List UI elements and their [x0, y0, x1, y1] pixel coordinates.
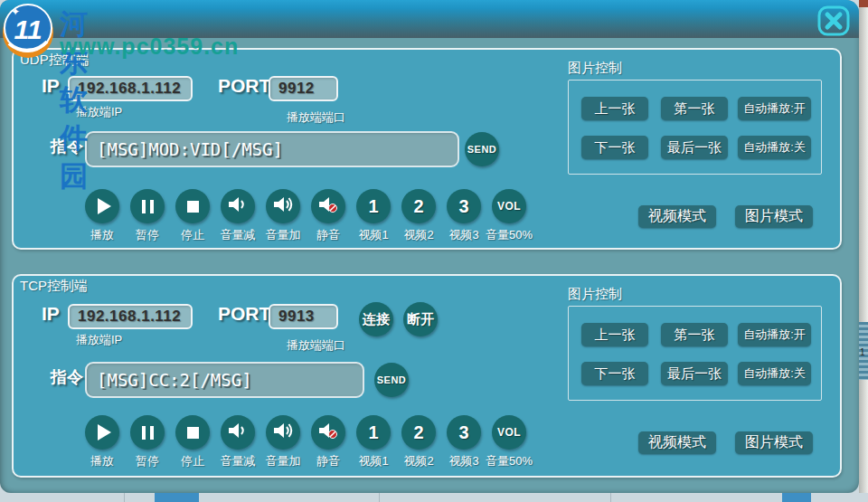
- tcp-ip-input[interactable]: [68, 304, 193, 329]
- button-label: 视频2: [403, 227, 433, 243]
- button-label: 音量加: [266, 453, 301, 469]
- udp-panel-title: UDP控制端: [20, 52, 90, 69]
- udp-port-input[interactable]: [269, 76, 338, 101]
- tcp-play-button[interactable]: [85, 415, 119, 450]
- udp-first-picture-button[interactable]: 第一张: [661, 97, 728, 120]
- tcp-picture-control-box: [568, 306, 822, 401]
- digit-3-icon: 3: [458, 196, 468, 217]
- button-label: 视频3: [448, 227, 478, 243]
- tcp-panel-title: TCP控制端: [20, 278, 88, 295]
- button-label: 播放: [90, 453, 114, 469]
- udp-video-mode-button[interactable]: 视频模式: [638, 205, 716, 228]
- tcp-prev-picture-button[interactable]: 上一张: [581, 323, 648, 346]
- udp-ip-input[interactable]: [68, 76, 193, 101]
- pause-icon: [142, 426, 154, 440]
- udp-send-button[interactable]: SEND: [465, 132, 499, 166]
- background-highlight: [155, 493, 199, 502]
- tcp-volume-up-button[interactable]: [266, 415, 300, 450]
- volume-up-icon: [272, 421, 294, 443]
- udp-prev-picture-button[interactable]: 上一张: [581, 97, 648, 120]
- mute-icon: [317, 421, 339, 443]
- udp-video2-button[interactable]: 2: [401, 189, 436, 223]
- udp-volume-up-button[interactable]: [266, 189, 300, 223]
- udp-video1-button[interactable]: 1: [356, 189, 391, 223]
- udp-media-row: 播放 暂停 停止 音量减 音量加: [80, 189, 532, 243]
- udp-autoplay-on-button[interactable]: 自动播放:开: [738, 97, 811, 120]
- digit-3-icon: 3: [458, 422, 468, 443]
- tcp-autoplay-off-button[interactable]: 自动播放:关: [738, 362, 811, 385]
- udp-picture-control-box: [568, 80, 822, 175]
- udp-next-picture-button[interactable]: 下一张: [581, 136, 648, 159]
- button-label: 视频3: [448, 453, 478, 469]
- tcp-mute-button[interactable]: [311, 415, 345, 450]
- tcp-ip-hint: 播放端IP: [76, 332, 122, 348]
- tcp-video1-button[interactable]: 1: [356, 415, 391, 450]
- tcp-port-label: PORT: [218, 303, 270, 325]
- button-label: 音量减: [221, 227, 256, 243]
- udp-stop-button[interactable]: [175, 189, 210, 223]
- close-icon: [817, 25, 850, 39]
- tcp-stop-button[interactable]: [175, 415, 210, 450]
- button-label: 静音: [316, 227, 340, 243]
- button-label: 音量50%: [486, 453, 533, 469]
- play-icon: [98, 424, 111, 440]
- background-mark: [859, 0, 868, 7]
- tcp-first-picture-button[interactable]: 第一张: [661, 323, 728, 346]
- vol-icon: VOL: [497, 200, 521, 213]
- screen: 1 UDP控制端 IP 播放端IP PORT: [0, 0, 868, 502]
- close-button[interactable]: [817, 5, 850, 36]
- tcp-volume-down-button[interactable]: [221, 415, 255, 450]
- udp-command-label: 指令: [51, 136, 83, 157]
- udp-command-input[interactable]: [85, 131, 459, 167]
- pause-icon: [142, 200, 154, 213]
- tcp-disconnect-button[interactable]: 断开: [403, 302, 438, 336]
- tcp-next-picture-button[interactable]: 下一张: [581, 362, 648, 385]
- udp-volume-down-button[interactable]: [221, 189, 255, 223]
- tcp-pause-button[interactable]: [130, 415, 165, 450]
- tcp-video3-button[interactable]: 3: [447, 415, 481, 450]
- tcp-ip-label: IP: [42, 303, 60, 325]
- button-label: 音量加: [266, 227, 301, 243]
- tcp-autoplay-on-button[interactable]: 自动播放:开: [738, 323, 811, 346]
- tcp-send-button[interactable]: SEND: [374, 363, 409, 397]
- digit-2-icon: 2: [413, 422, 423, 443]
- button-label: 停止: [181, 453, 204, 469]
- digit-1-icon: 1: [368, 422, 378, 443]
- udp-video3-button[interactable]: 3: [447, 189, 481, 223]
- volume-down-icon: [227, 195, 249, 217]
- tcp-command-input[interactable]: [85, 362, 364, 398]
- button-label: 暂停: [136, 227, 159, 243]
- background-digit: 1: [860, 347, 865, 357]
- udp-ip-label: IP: [42, 75, 60, 97]
- tcp-port-hint: 播放端端口: [287, 337, 345, 354]
- udp-last-picture-button[interactable]: 最后一张: [661, 136, 728, 159]
- button-label: 视频1: [358, 453, 388, 469]
- udp-picture-mode-button[interactable]: 图片模式: [735, 205, 813, 228]
- app-window: UDP控制端 IP 播放端IP PORT 播放端端口 指令 SEND 图片控制 …: [0, 0, 859, 493]
- tcp-volume-50-button[interactable]: VOL: [492, 415, 526, 450]
- button-label: 视频2: [403, 453, 433, 469]
- background-taskbar-strip: [0, 493, 868, 502]
- volume-down-icon: [227, 421, 249, 443]
- digit-1-icon: 1: [368, 196, 378, 217]
- udp-pause-button[interactable]: [130, 189, 165, 223]
- tcp-last-picture-button[interactable]: 最后一张: [661, 362, 728, 385]
- background-window-sliver: 1: [859, 0, 868, 502]
- digit-2-icon: 2: [413, 196, 423, 217]
- button-label: 播放: [90, 227, 114, 243]
- button-label: 音量减: [221, 453, 256, 469]
- button-label: 音量50%: [486, 227, 533, 243]
- tcp-picture-mode-button[interactable]: 图片模式: [735, 431, 813, 454]
- background-highlight: [782, 493, 811, 502]
- udp-mute-button[interactable]: [311, 189, 345, 223]
- button-label: 暂停: [136, 453, 159, 469]
- tcp-video2-button[interactable]: 2: [401, 415, 436, 450]
- udp-port-hint: 播放端端口: [287, 109, 345, 126]
- tcp-connect-button[interactable]: 连接: [359, 302, 393, 336]
- udp-autoplay-off-button[interactable]: 自动播放:关: [738, 136, 811, 159]
- tcp-video-mode-button[interactable]: 视频模式: [638, 431, 716, 454]
- udp-play-button[interactable]: [85, 189, 119, 223]
- play-icon: [98, 198, 111, 214]
- udp-volume-50-button[interactable]: VOL: [492, 189, 526, 223]
- tcp-port-input[interactable]: [269, 304, 338, 329]
